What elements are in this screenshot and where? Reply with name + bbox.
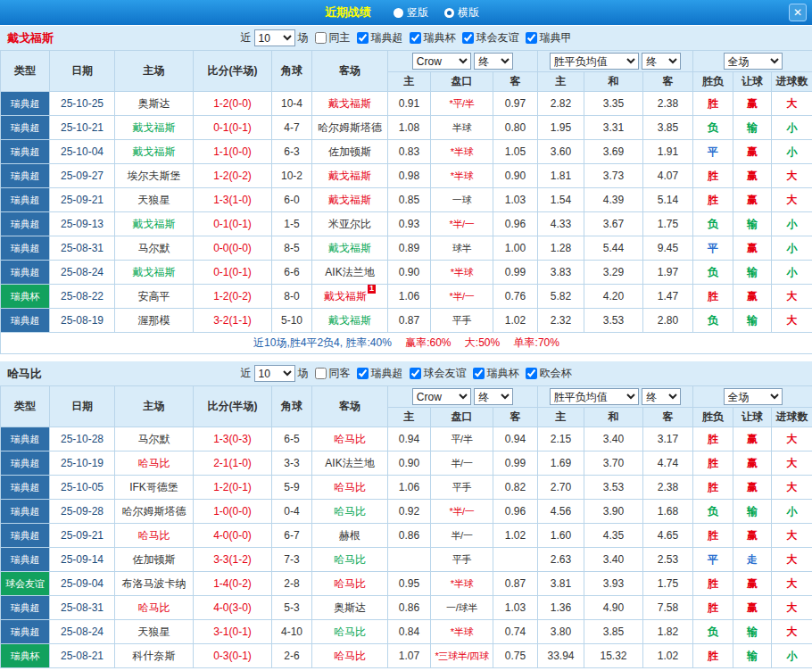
checkbox[interactable] [462,32,474,44]
filter-label: 欧会杯 [540,366,572,381]
scope-select[interactable]: 全场 [724,388,783,405]
layout-radio-horizontal[interactable]: 横版 [444,5,479,21]
checkbox[interactable] [473,368,485,379]
checkbox[interactable] [410,32,421,44]
cell-home-team: 戴戈福斯 [115,116,194,140]
cell-corners: 7-3 [272,548,312,572]
odds-time-select[interactable]: 终 [474,53,513,70]
filter-league-1[interactable]: 瑞典超 [357,366,403,381]
checkbox[interactable] [526,368,537,379]
cell-score: 4-0(3-0) [194,596,272,620]
avg-group-cell: 胜平负均值 终 [538,51,693,72]
cell-home-team: 马尔默 [115,427,194,451]
cell-away-odds: 0.80 [493,116,538,140]
checkbox[interactable] [410,368,421,379]
cell-avg-away: 3.17 [643,427,693,451]
filter-league-2[interactable]: 瑞典杯 [410,30,456,46]
cell-avg-home: 3.83 [538,261,584,285]
checkbox[interactable] [357,32,369,44]
cell-home-odds: 0.94 [388,427,431,451]
cell-home-team: 哈尔姆斯塔德 [115,500,194,524]
cell-date: 25-08-31 [50,596,115,620]
cell-handicap-result: 赢 [733,140,772,164]
cell-away-team: 哈马比 [312,644,388,668]
cell-goals-result: 小 [772,212,812,236]
match-row: 瑞典超25-08-31哈马比4-0(3-0)5-3奥斯达0.86一/球半1.03… [1,596,812,620]
radio-label: 竖版 [407,5,428,21]
cell-league-type: 瑞典超 [1,451,50,476]
checkbox[interactable] [357,368,369,379]
cell-handicap: 半/一 [431,524,493,548]
match-row: 瑞典超25-09-28哈尔姆斯塔德1-0(0-0)0-4哈马比0.92*半/一0… [1,500,812,524]
cell-corners: 5-10 [272,309,312,333]
filter-league-3[interactable]: 球会友谊 [462,30,519,46]
cell-handicap: 平/半 [431,427,493,451]
cell-away-odds: 0.74 [493,620,538,644]
cell-date: 25-10-19 [50,451,115,476]
cell-league-type: 瑞典超 [1,212,50,236]
avg-time-select[interactable]: 终 [642,53,681,70]
filter-same-venue[interactable]: 同主 [315,30,351,46]
filter-label: 瑞典甲 [540,30,572,46]
cell-corners: 2-6 [272,644,312,668]
layout-radio-vertical[interactable]: 竖版 [394,5,428,21]
scope-select[interactable]: 全场 [724,53,783,70]
cell-home-odds: 0.83 [388,140,431,164]
cell-league-type: 瑞典超 [1,309,50,333]
match-row: 瑞典超25-09-14佐加顿斯3-3(1-2)7-3哈马比平手2.633.402… [1,548,812,572]
cell-goals-result: 大 [772,188,812,212]
cell-score: 1-2(0-2) [194,285,272,309]
cell-handicap-result: 赢 [733,164,772,188]
cell-avg-away: 2.38 [643,476,693,500]
cell-corners: 4-7 [272,116,312,140]
cell-corners: 1-5 [272,212,312,236]
avg-time-select[interactable]: 终 [642,388,681,405]
filter-league-4[interactable]: 瑞典甲 [526,30,572,46]
cell-away-odds: 0.99 [493,261,538,285]
avg-source-select[interactable]: 胜平负均值 [550,388,639,405]
cell-away-team: 哈马比 [312,427,388,451]
cell-avg-draw: 3.69 [584,140,643,164]
recent-count-select[interactable]: 10 [254,29,295,46]
cell-away-team: 赫根 [312,524,388,548]
cell-league-type: 瑞典超 [1,261,50,285]
cell-avg-draw: 4.20 [584,285,643,309]
cell-league-type: 瑞典超 [1,236,50,261]
close-button[interactable]: ✕ [789,4,807,21]
avg-source-select[interactable]: 胜平负均值 [550,53,639,70]
col-goals: 进球数 [772,408,812,427]
checkbox[interactable] [526,32,537,44]
cell-score: 0-1(0-1) [194,261,272,285]
cell-avg-home: 1.95 [538,116,584,140]
cell-corners: 4-10 [272,620,312,644]
filter-label: 球会友谊 [424,366,467,381]
cell-handicap-result: 输 [733,500,772,524]
odds-group-cell: Crow 终 [388,51,538,72]
match-row: 瑞典超25-10-25奥斯达1-2(0-0)10-4戴戈福斯0.91*平/半0.… [1,92,812,116]
cell-goals-result: 小 [772,236,812,261]
filter-league-4[interactable]: 欧会杯 [526,366,572,381]
cell-home-team: 佐加顿斯 [115,548,194,572]
cell-date: 25-09-13 [50,212,115,236]
filter-league-3[interactable]: 瑞典杯 [473,366,519,381]
col-avg-draw: 和 [584,408,643,427]
odds-time-select[interactable]: 终 [474,388,513,405]
checkbox[interactable] [315,368,327,379]
filter-same-venue[interactable]: 同客 [315,366,351,381]
cell-score: 1-3(1-0) [194,188,272,212]
cell-goals-result: 大 [772,524,812,548]
col-goals: 进球数 [772,72,812,92]
cell-result: 负 [693,620,733,644]
filter-league-1[interactable]: 瑞典超 [357,30,403,46]
cell-result: 胜 [693,596,733,620]
col-away: 客场 [312,51,388,92]
cell-handicap: *半球 [431,164,493,188]
odds-source-select[interactable]: Crow [412,53,471,70]
odds-source-select[interactable]: Crow [412,388,471,405]
filter-label: 同客 [329,366,351,381]
checkbox[interactable] [315,32,327,44]
cell-away-team: 哈马比 [312,572,388,596]
recent-count-select[interactable]: 10 [254,365,295,382]
summary-odd-rate: 单率:70% [514,336,559,349]
filter-league-2[interactable]: 球会友谊 [410,366,467,381]
